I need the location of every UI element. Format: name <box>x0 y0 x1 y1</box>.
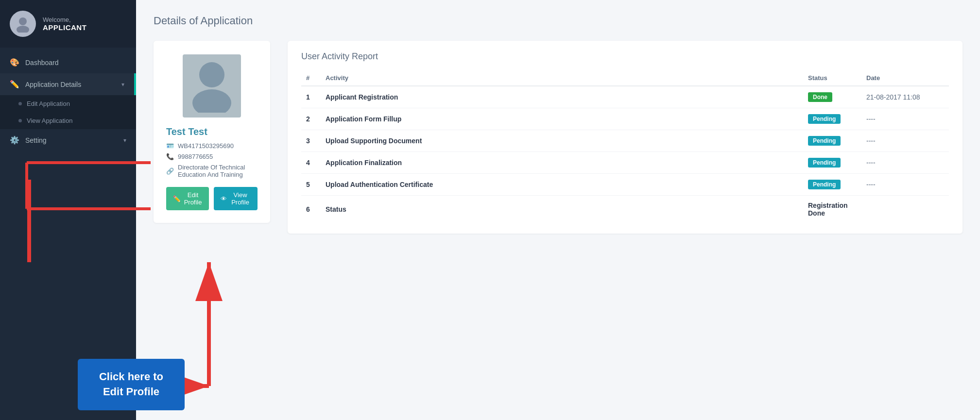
status-badge: Pending <box>808 114 841 124</box>
main-content: Details of Application Test Test 🪪 WB417… <box>136 0 980 420</box>
profile-id-row: 🪪 WB4171503295690 <box>166 142 258 150</box>
status-badge: Pending <box>808 180 841 189</box>
row-date: ---- <box>861 108 949 130</box>
content-row: Test Test 🪪 WB4171503295690 📞 9988776655… <box>154 41 963 234</box>
row-num: 5 <box>301 174 321 196</box>
status-badge: Done <box>808 92 832 102</box>
chevron-down-icon: ▾ <box>123 137 126 144</box>
sidebar-subitem-edit-application[interactable]: Edit Application <box>0 95 136 112</box>
row-num: 2 <box>301 108 321 130</box>
application-icon: ✏️ <box>10 80 19 89</box>
sidebar-header: Welcome, APPLICANT <box>0 0 136 48</box>
profile-phone-row: 📞 9988776655 <box>166 153 258 160</box>
profile-name: Test Test <box>166 126 258 137</box>
row-activity: Application Finalization <box>321 152 803 174</box>
callout-text: Click here to Edit Profile <box>99 370 163 398</box>
sidebar-subitem-view-application[interactable]: View Application <box>0 112 136 129</box>
svg-point-3 <box>192 89 231 113</box>
profile-id: WB4171503295690 <box>178 142 234 150</box>
table-row: 1Applicant RegistrationDone21-08-2017 11… <box>301 86 949 108</box>
sidebar: Welcome, APPLICANT 🎨 Dashboard ✏️ Applic… <box>0 0 136 420</box>
row-activity: Status <box>321 196 803 223</box>
profile-phone: 9988776655 <box>178 153 213 160</box>
row-num: 6 <box>301 196 321 223</box>
sidebar-item-setting[interactable]: ⚙️ Setting ▾ <box>0 129 136 151</box>
edit-icon: ✏️ <box>173 195 181 202</box>
sidebar-item-label: Setting <box>25 136 118 144</box>
col-header-date: Date <box>861 70 949 86</box>
row-date: 21-08-2017 11:08 <box>861 86 949 108</box>
avatar <box>10 11 36 37</box>
activity-report-title: User Activity Report <box>301 51 949 62</box>
edit-profile-button[interactable]: ✏️ Edit Profile <box>166 187 209 210</box>
row-status: Pending <box>803 152 861 174</box>
status-text: Registration Done <box>808 202 848 217</box>
id-icon: 🪪 <box>166 142 174 150</box>
row-date <box>861 196 949 223</box>
col-header-num: # <box>301 70 321 86</box>
svg-point-2 <box>199 62 224 87</box>
col-header-status: Status <box>803 70 861 86</box>
row-date: ---- <box>861 174 949 196</box>
sidebar-item-dashboard[interactable]: 🎨 Dashboard <box>0 51 136 73</box>
profile-card: Test Test 🪪 WB4171503295690 📞 9988776655… <box>154 41 270 223</box>
table-row: 2Application Form FillupPending---- <box>301 108 949 130</box>
profile-org: Directorate Of Technical Education And T… <box>178 164 258 178</box>
sidebar-item-label: Dashboard <box>25 59 126 67</box>
dot-icon <box>18 102 22 105</box>
row-activity: Upload Authentication Certificate <box>321 174 803 196</box>
row-status: Pending <box>803 130 861 152</box>
org-icon: 🔗 <box>166 168 174 175</box>
sidebar-item-label: Application Details <box>25 81 116 88</box>
table-row: 5Upload Authentication CertificatePendin… <box>301 174 949 196</box>
profile-buttons: ✏️ Edit Profile 👁 View Profile <box>166 187 258 210</box>
phone-icon: 📞 <box>166 153 174 160</box>
row-num: 4 <box>301 152 321 174</box>
view-icon: 👁 <box>221 195 227 202</box>
row-num: 3 <box>301 130 321 152</box>
profile-org-row: 🔗 Directorate Of Technical Education And… <box>166 164 258 178</box>
row-date: ---- <box>861 152 949 174</box>
dashboard-icon: 🎨 <box>10 58 19 67</box>
sidebar-item-application-details[interactable]: ✏️ Application Details ▾ <box>0 73 136 95</box>
view-profile-button[interactable]: 👁 View Profile <box>214 187 258 210</box>
row-activity: Application Form Fillup <box>321 108 803 130</box>
row-activity: Upload Supporting Document <box>321 130 803 152</box>
status-badge: Pending <box>808 136 841 146</box>
activity-table: # Activity Status Date 1Applicant Regist… <box>301 70 949 223</box>
activity-report: User Activity Report # Activity Status D… <box>288 41 963 234</box>
welcome-text: Welcome, APPLICANT <box>43 16 86 32</box>
svg-point-1 <box>17 26 29 33</box>
status-badge: Pending <box>808 158 841 168</box>
row-date: ---- <box>861 130 949 152</box>
page-title: Details of Application <box>154 15 963 27</box>
row-status: Pending <box>803 108 861 130</box>
row-status: Done <box>803 86 861 108</box>
subitem-label: View Application <box>27 117 72 124</box>
table-row: 3Upload Supporting DocumentPending---- <box>301 130 949 152</box>
chevron-down-icon: ▾ <box>121 81 124 88</box>
setting-icon: ⚙️ <box>10 135 19 145</box>
row-status: Pending <box>803 174 861 196</box>
welcome-name: APPLICANT <box>43 23 86 32</box>
table-row: 6StatusRegistration Done <box>301 196 949 223</box>
svg-point-0 <box>19 17 27 25</box>
welcome-label: Welcome, <box>43 16 86 23</box>
callout-box: Click here to Edit Profile <box>78 359 185 410</box>
subitem-label: Edit Application <box>27 100 70 107</box>
table-row: 4Application FinalizationPending---- <box>301 152 949 174</box>
row-num: 1 <box>301 86 321 108</box>
row-status: Registration Done <box>803 196 861 223</box>
sidebar-submenu: Edit Application View Application <box>0 95 136 129</box>
col-header-activity: Activity <box>321 70 803 86</box>
dot-icon <box>18 119 22 122</box>
profile-avatar <box>183 54 241 118</box>
row-activity: Applicant Registration <box>321 86 803 108</box>
